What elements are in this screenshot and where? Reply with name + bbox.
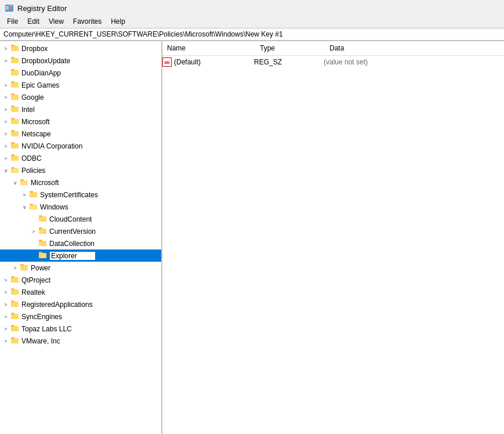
tree-item-systemcerts[interactable]: > SystemCertificates <box>0 189 161 201</box>
entry-data: (value not set) <box>324 58 504 66</box>
expand-btn-registeredapps[interactable]: > <box>1 300 10 309</box>
svg-rect-53 <box>11 314 19 319</box>
tree-item-dropbox[interactable]: > Dropbox <box>0 42 161 55</box>
app-icon <box>5 3 14 13</box>
folder-closed-icon <box>10 116 20 125</box>
tree-item-nvidia[interactable]: > NVIDIA Corporation <box>0 140 161 152</box>
tree-item-duodianapp[interactable]: DuoDianApp <box>0 67 161 79</box>
rename-input-explorer[interactable] <box>49 251 96 261</box>
tree-item-cloudcontent[interactable]: CloudContent <box>0 213 161 225</box>
tree-label-intel: Intel <box>21 106 35 114</box>
tree-label-odbc: ODBC <box>21 154 42 162</box>
tree-label-syncengines: SyncEngines <box>21 313 62 321</box>
tree-item-dropboxupdate[interactable]: > DropboxUpdate <box>0 55 161 67</box>
expand-btn-topazlabs[interactable]: > <box>1 324 10 334</box>
tree-item-odbc[interactable]: > ODBC <box>0 152 161 164</box>
folder-open-icon <box>20 177 29 186</box>
svg-rect-2 <box>6 8 9 8</box>
menu-item-file[interactable]: File <box>2 16 23 27</box>
svg-rect-13 <box>11 81 14 83</box>
svg-rect-20 <box>11 131 19 136</box>
ab-icon: ab <box>162 57 172 67</box>
svg-rect-14 <box>11 95 19 100</box>
tree-item-policies-microsoft[interactable]: ∨ Microsoft <box>0 176 161 189</box>
svg-rect-27 <box>11 167 14 169</box>
expand-btn-intel[interactable]: > <box>1 105 10 114</box>
tree-item-syncengines[interactable]: > SyncEngines <box>0 310 161 323</box>
svg-rect-8 <box>11 58 19 63</box>
folder-closed-icon <box>38 214 48 223</box>
tree-item-epicgames[interactable]: > Epic Games <box>0 79 161 91</box>
menu-item-view[interactable]: View <box>44 16 68 27</box>
svg-rect-49 <box>11 290 19 295</box>
expand-btn-qtproject[interactable]: > <box>1 276 10 285</box>
folder-closed-icon <box>38 250 48 259</box>
svg-rect-57 <box>11 338 19 343</box>
expand-btn-systemcerts[interactable]: > <box>20 190 29 200</box>
tree-item-vmware[interactable]: > VMware, Inc <box>0 335 161 347</box>
expand-btn-microsoft[interactable]: > <box>1 117 10 126</box>
menu-item-favorites[interactable]: Favorites <box>68 16 106 27</box>
tree-item-windows[interactable]: ∨ Windows <box>0 201 161 213</box>
expand-btn-dropbox[interactable]: > <box>1 44 10 53</box>
tree-label-microsoft: Microsoft <box>21 118 50 126</box>
tree-item-power[interactable]: > Power <box>0 262 161 274</box>
expand-btn-policies[interactable]: ∨ <box>1 166 10 175</box>
entry-row[interactable]: ab(Default)REG_SZ(value not set) <box>162 56 504 68</box>
expand-btn-odbc[interactable]: > <box>1 154 10 163</box>
svg-rect-42 <box>39 240 42 241</box>
main-container: > Dropbox> DropboxUpdate DuoDianApp> Epi… <box>0 41 504 434</box>
svg-rect-47 <box>11 277 19 283</box>
tree-label-datacollection: DataCollection <box>49 240 95 248</box>
svg-rect-24 <box>11 155 19 161</box>
tree-label-vmware: VMware, Inc <box>21 337 60 345</box>
folder-closed-icon <box>10 299 20 308</box>
tree-panel[interactable]: > Dropbox> DropboxUpdate DuoDianApp> Epi… <box>0 41 162 434</box>
tree-item-datacollection[interactable]: DataCollection <box>0 237 161 249</box>
tree-item-registeredapps[interactable]: > RegisteredApplications <box>0 298 161 310</box>
expand-btn-nvidia[interactable]: > <box>1 142 10 151</box>
tree-item-policies[interactable]: ∨ Policies <box>0 164 161 176</box>
tree-item-realtek[interactable]: > Realtek <box>0 286 161 298</box>
expand-btn-netscape[interactable]: > <box>1 129 10 139</box>
svg-rect-33 <box>30 191 33 193</box>
expand-btn-windows[interactable]: ∨ <box>20 202 29 212</box>
expand-btn-syncengines[interactable]: > <box>1 312 10 321</box>
tree-item-explorer[interactable] <box>0 249 161 262</box>
tree-label-systemcerts: SystemCertificates <box>40 191 98 199</box>
folder-closed-icon <box>10 92 20 101</box>
col-header-type: Type <box>255 42 325 54</box>
expand-btn-google[interactable]: > <box>1 93 10 102</box>
tree-item-qtproject[interactable]: > QtProject <box>0 274 161 286</box>
tree-item-currentversion[interactable]: > CurrentVersion <box>0 225 161 237</box>
folder-closed-icon <box>10 153 20 162</box>
address-bar[interactable]: Computer\HKEY_CURRENT_USER\SOFTWARE\Poli… <box>0 28 504 41</box>
tree-item-microsoft[interactable]: > Microsoft <box>0 115 161 128</box>
tree-item-netscape[interactable]: > Netscape <box>0 128 161 140</box>
expand-btn-policies-microsoft[interactable]: ∨ <box>10 178 20 187</box>
tree-label-netscape: Netscape <box>21 130 51 138</box>
expand-btn-vmware[interactable]: > <box>1 337 10 346</box>
tree-item-topazlabs[interactable]: > Topaz Labs LLC <box>0 323 161 335</box>
svg-rect-44 <box>39 252 42 254</box>
svg-rect-55 <box>11 326 19 331</box>
menu-item-help[interactable]: Help <box>106 16 130 27</box>
tree-label-topazlabs: Topaz Labs LLC <box>21 325 72 333</box>
svg-rect-52 <box>11 301 14 302</box>
folder-closed-icon <box>10 287 20 296</box>
column-headers: Name Type Data <box>162 41 504 56</box>
folder-closed-icon <box>20 262 29 272</box>
svg-rect-36 <box>30 205 37 209</box>
svg-rect-22 <box>11 143 19 149</box>
tree-item-intel[interactable]: > Intel <box>0 103 161 115</box>
svg-rect-1 <box>6 6 9 7</box>
expand-btn-realtek[interactable]: > <box>1 288 10 297</box>
expand-btn-power[interactable]: > <box>10 263 20 273</box>
tree-item-google[interactable]: > Google <box>0 91 161 103</box>
expand-btn-epicgames[interactable]: > <box>1 81 10 90</box>
menu-bar: FileEditViewFavoritesHelp <box>0 15 504 28</box>
menu-item-edit[interactable]: Edit <box>23 16 44 27</box>
expand-btn-currentversion[interactable]: > <box>29 227 38 236</box>
expand-btn-dropboxupdate[interactable]: > <box>1 56 10 66</box>
folder-closed-icon <box>29 189 38 198</box>
